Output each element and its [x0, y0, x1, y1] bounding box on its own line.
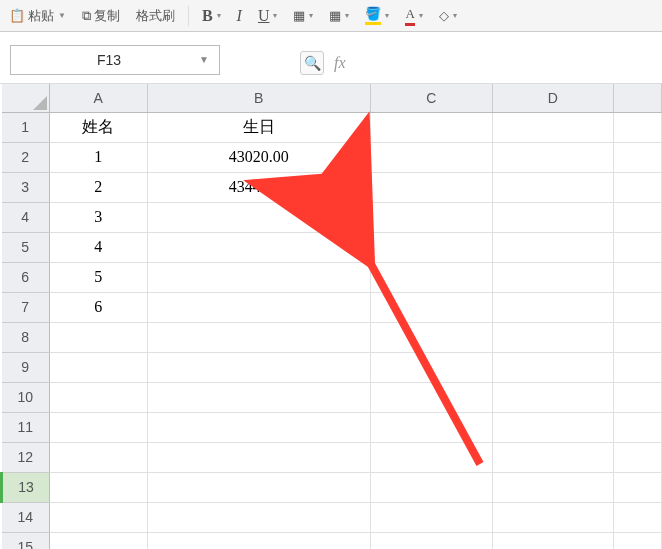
cell[interactable]	[492, 172, 614, 202]
cell[interactable]: 3	[49, 202, 147, 232]
cell[interactable]	[147, 532, 370, 549]
cell[interactable]: 43444.00	[147, 172, 370, 202]
column-header-B[interactable]: B	[147, 84, 370, 112]
cell[interactable]	[492, 442, 614, 472]
cell[interactable]	[147, 262, 370, 292]
row-header-selected[interactable]: 13	[2, 472, 50, 502]
cell[interactable]	[147, 322, 370, 352]
cell[interactable]	[492, 382, 614, 412]
cell[interactable]	[614, 502, 662, 532]
cell[interactable]	[370, 472, 492, 502]
cell[interactable]	[492, 142, 614, 172]
cell[interactable]	[49, 412, 147, 442]
cell[interactable]: 生日	[147, 112, 370, 142]
row-header[interactable]: 15	[2, 532, 50, 549]
zoom-icon[interactable]: 🔍	[300, 51, 324, 75]
cell[interactable]	[492, 352, 614, 382]
cell[interactable]	[49, 442, 147, 472]
border-button[interactable]: ▦▾	[288, 6, 318, 25]
row-header[interactable]: 4	[2, 202, 50, 232]
cell[interactable]	[147, 382, 370, 412]
cell[interactable]	[370, 352, 492, 382]
cell[interactable]	[492, 472, 614, 502]
cell[interactable]	[492, 112, 614, 142]
row-header[interactable]: 8	[2, 322, 50, 352]
font-color-button[interactable]: A▾	[400, 4, 427, 28]
cell[interactable]	[614, 292, 662, 322]
cell[interactable]	[147, 292, 370, 322]
cell[interactable]	[49, 322, 147, 352]
cell[interactable]	[492, 412, 614, 442]
row-header[interactable]: 10	[2, 382, 50, 412]
column-header-E[interactable]	[614, 84, 662, 112]
cell[interactable]	[614, 412, 662, 442]
row-header[interactable]: 6	[2, 262, 50, 292]
row-header[interactable]: 2	[2, 142, 50, 172]
column-header-A[interactable]: A	[49, 84, 147, 112]
cell[interactable]	[614, 262, 662, 292]
cell[interactable]: 43020.00	[147, 142, 370, 172]
cell-style-button[interactable]: ▦▾	[324, 6, 354, 25]
row-header[interactable]: 14	[2, 502, 50, 532]
cell[interactable]	[370, 382, 492, 412]
cell[interactable]	[370, 262, 492, 292]
cell[interactable]	[370, 232, 492, 262]
column-header-D[interactable]: D	[492, 84, 614, 112]
underline-button[interactable]: U▾	[253, 5, 283, 27]
cell[interactable]	[614, 112, 662, 142]
name-box[interactable]: F13 ▼	[10, 45, 220, 75]
cell[interactable]: 5	[49, 262, 147, 292]
row-header[interactable]: 11	[2, 412, 50, 442]
cell[interactable]	[370, 202, 492, 232]
bold-button[interactable]: B▾	[197, 5, 226, 27]
cell[interactable]	[370, 142, 492, 172]
cell[interactable]	[49, 532, 147, 549]
italic-button[interactable]: I	[232, 5, 247, 27]
cell[interactable]	[614, 142, 662, 172]
format-painter-button[interactable]: 格式刷	[131, 5, 180, 27]
cell[interactable]	[49, 382, 147, 412]
cell[interactable]	[492, 502, 614, 532]
select-all-corner[interactable]	[2, 84, 50, 112]
cell[interactable]	[614, 382, 662, 412]
cell[interactable]	[49, 502, 147, 532]
cell[interactable]: 2	[49, 172, 147, 202]
cell[interactable]	[614, 532, 662, 549]
cell[interactable]	[614, 172, 662, 202]
paste-button[interactable]: 📋 粘贴 ▼	[4, 5, 71, 27]
cell[interactable]	[492, 232, 614, 262]
cell[interactable]	[614, 352, 662, 382]
cell[interactable]: 6	[49, 292, 147, 322]
cell[interactable]	[492, 532, 614, 549]
cell[interactable]	[147, 472, 370, 502]
cell[interactable]	[370, 322, 492, 352]
cell[interactable]	[147, 202, 370, 232]
column-header-C[interactable]: C	[370, 84, 492, 112]
cell[interactable]: 4	[49, 232, 147, 262]
row-header[interactable]: 7	[2, 292, 50, 322]
fill-color-button[interactable]: 🪣▾	[360, 4, 394, 27]
cell[interactable]	[49, 472, 147, 502]
cell[interactable]	[492, 292, 614, 322]
cell[interactable]	[370, 532, 492, 549]
fx-icon[interactable]: fx	[334, 54, 346, 72]
cell[interactable]	[370, 112, 492, 142]
cell[interactable]	[614, 202, 662, 232]
cell[interactable]	[49, 352, 147, 382]
cell[interactable]	[370, 442, 492, 472]
cell[interactable]	[370, 502, 492, 532]
cell[interactable]	[147, 412, 370, 442]
cell[interactable]	[614, 442, 662, 472]
clear-button[interactable]: ◇▾	[434, 6, 462, 25]
cell[interactable]	[147, 502, 370, 532]
cell[interactable]	[370, 172, 492, 202]
copy-button[interactable]: ⧉ 复制	[77, 5, 125, 27]
cell[interactable]	[492, 202, 614, 232]
cell[interactable]	[370, 292, 492, 322]
row-header[interactable]: 5	[2, 232, 50, 262]
cell[interactable]	[147, 442, 370, 472]
cell[interactable]	[492, 322, 614, 352]
row-header[interactable]: 3	[2, 172, 50, 202]
cell[interactable]	[147, 352, 370, 382]
cell[interactable]	[614, 322, 662, 352]
